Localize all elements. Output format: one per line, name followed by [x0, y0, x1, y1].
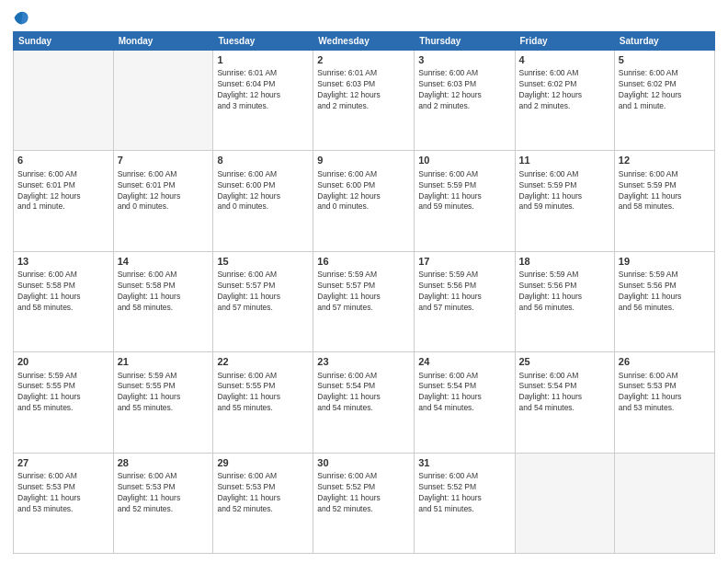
- day-info: Daylight: 12 hours: [17, 191, 109, 202]
- day-info: Daylight: 11 hours: [17, 392, 109, 403]
- day-info: and 53 minutes.: [17, 504, 109, 515]
- day-info: and 54 minutes.: [418, 403, 510, 414]
- day-info: Sunrise: 6:00 AM: [619, 68, 711, 79]
- day-info: Sunrise: 6:00 AM: [418, 371, 510, 382]
- day-info: Sunset: 6:03 PM: [317, 79, 410, 90]
- day-info: Sunrise: 5:59 AM: [118, 371, 210, 382]
- day-cell: 10Sunrise: 6:00 AMSunset: 5:59 PMDayligh…: [415, 151, 515, 251]
- day-info: and 58 minutes.: [17, 303, 109, 314]
- day-info: Daylight: 11 hours: [217, 392, 309, 403]
- day-info: and 59 minutes.: [519, 201, 610, 213]
- day-info: Sunset: 5:59 PM: [519, 180, 610, 191]
- day-info: and 53 minutes.: [619, 403, 711, 414]
- day-number: 31: [418, 456, 510, 470]
- day-info: Sunset: 5:56 PM: [418, 281, 510, 292]
- calendar-table: SundayMondayTuesdayWednesdayThursdayFrid…: [13, 31, 715, 554]
- day-info: Sunrise: 6:00 AM: [317, 371, 410, 382]
- day-info: Sunrise: 6:00 AM: [519, 169, 610, 180]
- day-number: 18: [519, 255, 610, 269]
- day-info: Sunset: 5:56 PM: [519, 281, 610, 292]
- day-info: and 58 minutes.: [118, 303, 210, 314]
- day-number: 24: [418, 355, 510, 369]
- day-info: Daylight: 11 hours: [619, 191, 711, 202]
- day-info: Sunrise: 6:00 AM: [519, 68, 610, 79]
- day-number: 30: [317, 456, 410, 470]
- day-info: Sunrise: 6:01 AM: [217, 68, 309, 79]
- day-number: 6: [17, 154, 109, 167]
- day-info: and 55 minutes.: [217, 403, 309, 414]
- day-info: Daylight: 12 hours: [519, 90, 610, 101]
- day-info: Sunrise: 6:00 AM: [619, 371, 711, 382]
- day-cell: 13Sunrise: 6:00 AMSunset: 5:58 PMDayligh…: [14, 251, 114, 351]
- day-info: Daylight: 11 hours: [317, 292, 410, 303]
- day-cell: [515, 453, 614, 553]
- header-cell-friday: Friday: [515, 32, 614, 51]
- day-number: 10: [418, 154, 510, 167]
- day-cell: 30Sunrise: 6:00 AMSunset: 5:52 PMDayligh…: [313, 453, 415, 553]
- day-info: Sunrise: 6:00 AM: [17, 169, 109, 180]
- day-number: 28: [118, 456, 210, 470]
- day-info: Sunrise: 5:59 AM: [17, 371, 109, 382]
- header-cell-monday: Monday: [113, 32, 213, 51]
- day-number: 8: [217, 154, 309, 167]
- day-info: Sunset: 5:58 PM: [17, 281, 109, 292]
- day-cell: 16Sunrise: 5:59 AMSunset: 5:57 PMDayligh…: [313, 251, 415, 351]
- day-info: Daylight: 12 hours: [619, 90, 711, 101]
- week-row-4: 20Sunrise: 5:59 AMSunset: 5:55 PMDayligh…: [14, 352, 715, 453]
- day-info: Sunrise: 6:00 AM: [17, 471, 109, 482]
- day-info: Sunset: 5:55 PM: [217, 381, 309, 392]
- day-info: Sunrise: 6:00 AM: [619, 169, 711, 180]
- day-info: Daylight: 11 hours: [118, 292, 210, 303]
- day-info: and 52 minutes.: [118, 504, 210, 515]
- day-number: 12: [619, 154, 711, 167]
- day-info: and 1 minute.: [17, 201, 109, 213]
- day-info: Daylight: 11 hours: [17, 292, 109, 303]
- day-cell: 8Sunrise: 6:00 AMSunset: 6:00 PMDaylight…: [213, 151, 313, 251]
- day-info: Sunset: 6:01 PM: [118, 180, 210, 191]
- day-cell: 26Sunrise: 6:00 AMSunset: 5:53 PMDayligh…: [614, 352, 714, 453]
- day-info: Sunset: 5:57 PM: [217, 281, 309, 292]
- day-info: Sunset: 5:57 PM: [317, 281, 410, 292]
- day-info: Daylight: 12 hours: [118, 191, 210, 202]
- header-cell-tuesday: Tuesday: [213, 32, 313, 51]
- day-info: and 52 minutes.: [217, 504, 309, 515]
- day-cell: 31Sunrise: 6:00 AMSunset: 5:52 PMDayligh…: [415, 453, 515, 553]
- day-info: Sunset: 5:52 PM: [317, 482, 410, 493]
- header-cell-wednesday: Wednesday: [313, 32, 415, 51]
- day-info: Sunset: 5:54 PM: [418, 381, 510, 392]
- day-cell: 21Sunrise: 5:59 AMSunset: 5:55 PMDayligh…: [113, 352, 213, 453]
- day-cell: 6Sunrise: 6:00 AMSunset: 6:01 PMDaylight…: [14, 151, 114, 251]
- day-info: and 55 minutes.: [118, 403, 210, 414]
- day-info: Sunset: 6:02 PM: [519, 79, 610, 90]
- day-info: Sunrise: 6:01 AM: [317, 68, 410, 79]
- day-info: Sunset: 5:58 PM: [118, 281, 210, 292]
- day-info: and 57 minutes.: [217, 303, 309, 314]
- day-info: Sunset: 5:59 PM: [619, 180, 711, 191]
- header: [13, 9, 715, 26]
- day-info: and 57 minutes.: [317, 303, 410, 314]
- day-info: Sunrise: 5:59 AM: [619, 270, 711, 281]
- day-info: Sunrise: 6:00 AM: [418, 68, 510, 79]
- day-info: Daylight: 11 hours: [418, 392, 510, 403]
- day-info: Sunset: 5:53 PM: [17, 482, 109, 493]
- day-info: and 56 minutes.: [619, 303, 711, 314]
- day-number: 7: [118, 154, 210, 167]
- day-info: Sunrise: 6:00 AM: [317, 169, 410, 180]
- day-info: Sunset: 6:04 PM: [217, 79, 309, 90]
- day-cell: 23Sunrise: 6:00 AMSunset: 5:54 PMDayligh…: [313, 352, 415, 453]
- day-cell: 20Sunrise: 5:59 AMSunset: 5:55 PMDayligh…: [14, 352, 114, 453]
- day-number: 19: [619, 255, 711, 269]
- day-cell: 28Sunrise: 6:00 AMSunset: 5:53 PMDayligh…: [113, 453, 213, 553]
- day-info: and 0 minutes.: [317, 201, 410, 213]
- day-number: 20: [17, 355, 109, 369]
- day-info: Sunset: 5:54 PM: [317, 381, 410, 392]
- day-info: and 57 minutes.: [418, 303, 510, 314]
- header-cell-sunday: Sunday: [14, 32, 114, 51]
- day-cell: [614, 453, 714, 553]
- day-cell: [113, 51, 213, 151]
- day-info: Daylight: 12 hours: [317, 191, 410, 202]
- calendar-header-row: SundayMondayTuesdayWednesdayThursdayFrid…: [14, 32, 715, 51]
- day-info: Daylight: 11 hours: [418, 191, 510, 202]
- day-info: Sunrise: 5:59 AM: [519, 270, 610, 281]
- day-info: Sunrise: 6:00 AM: [317, 471, 410, 482]
